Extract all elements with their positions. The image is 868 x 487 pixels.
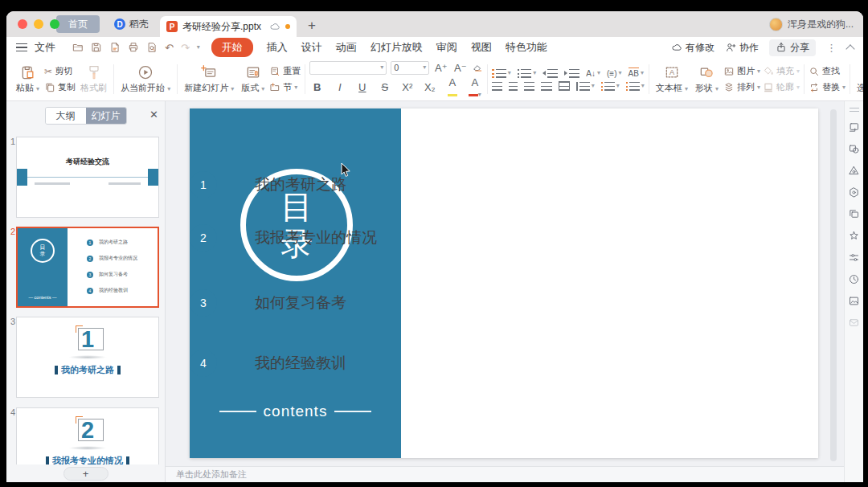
menu-tab-view[interactable]: 视图 [471, 40, 492, 55]
subscript-button[interactable]: X₂ [422, 82, 437, 92]
close-panel-icon[interactable]: ✕ [149, 109, 158, 120]
line-spacing-button[interactable]: ▾ [576, 82, 595, 91]
duplicate-pane-icon[interactable] [848, 208, 860, 220]
align-center-button[interactable] [509, 82, 518, 91]
align-right-button[interactable] [524, 82, 534, 91]
text-direction-button[interactable]: A↓▾ [586, 69, 600, 78]
slide-canvas[interactable]: 目 录 contents 1 我的考研之路 2 我报考专业的情况 [166, 101, 844, 482]
save-icon[interactable] [91, 42, 102, 53]
font-name-caret-icon[interactable]: ▾ [380, 64, 383, 71]
more-options-icon[interactable]: ⋮ [826, 42, 837, 54]
notes-bar[interactable]: 单击此处添加备注 [166, 466, 844, 482]
find-button[interactable]: 查找 [809, 65, 845, 77]
justify-button[interactable] [541, 82, 552, 91]
menu-tab-design[interactable]: 设计 [301, 40, 322, 55]
design-tools-icon[interactable] [848, 165, 860, 177]
vertical-scrollbar[interactable] [830, 109, 837, 461]
slide-1-thumbnail[interactable]: 考研经验交流 [16, 137, 159, 218]
toc-item-3[interactable]: 3 如何复习备考 [190, 289, 346, 317]
quick-access-more-icon[interactable]: ▾ [197, 44, 200, 51]
menu-tab-slideshow[interactable]: 幻灯片放映 [371, 40, 423, 55]
replace-button[interactable]: 替换 ▾ [809, 81, 845, 93]
cut-button[interactable]: ✂ 剪切 [44, 65, 76, 77]
properties-icon[interactable] [848, 252, 860, 264]
toc-teal-panel[interactable]: 目 录 contents [190, 108, 401, 458]
open-icon[interactable] [72, 42, 84, 53]
copy-button[interactable]: 复制 [44, 81, 76, 93]
font-color-button[interactable]: A▾ [467, 77, 482, 98]
font-size-combo[interactable]: ▾ [391, 61, 429, 75]
slide-pane-icon[interactable] [848, 121, 860, 133]
layout-button[interactable]: 版式 ▾ [239, 63, 267, 95]
paste-button[interactable]: 粘贴 ▾ [14, 63, 42, 95]
bullet-list-button[interactable]: ▾ [492, 69, 511, 78]
increase-font-size-button[interactable]: A⁺ [433, 63, 448, 73]
align-text-button[interactable]: (≡)▾ [607, 69, 622, 78]
align-left-button[interactable] [492, 82, 502, 91]
text-box-button[interactable]: 文本框 ▾ [653, 63, 690, 95]
collaborate-button[interactable]: 协作 [725, 41, 759, 55]
toc-item-2[interactable]: 2 我报考专业的情况 [190, 224, 377, 252]
collapse-ribbon-icon[interactable] [845, 44, 854, 53]
tab-document[interactable]: P 考研经验分享.pptx [160, 16, 297, 37]
paragraph-space-before-button[interactable]: ▾ [601, 82, 620, 91]
format-painter-button[interactable]: 格式刷 [78, 63, 109, 95]
underline-button[interactable]: U [354, 82, 370, 92]
increase-indent-button[interactable] [564, 69, 579, 78]
toc-item-1[interactable]: 1 我的考研之路 [190, 171, 346, 198]
print-icon[interactable] [128, 42, 139, 53]
minimize-window-button[interactable] [34, 19, 43, 29]
new-slide-button[interactable]: 新建幻灯片 ▾ [182, 63, 236, 95]
slide-editing-area[interactable]: 目 录 contents 1 我的考研之路 2 我报考专业的情况 [190, 108, 818, 458]
user-account[interactable]: 浑身是戏的狗... [769, 18, 854, 31]
rail-handle-icon[interactable] [850, 108, 859, 112]
mail-icon[interactable] [848, 317, 860, 329]
play-from-current-button[interactable]: 从当前开始 ▾ [118, 63, 173, 95]
section-button[interactable]: 节 ▾ [269, 81, 301, 93]
decrease-font-size-button[interactable]: A⁻ [452, 63, 468, 73]
shapes-pane-icon[interactable] [848, 143, 860, 155]
character-spacing-button[interactable]: AB▾ [628, 68, 644, 79]
print-preview-icon[interactable] [146, 42, 158, 53]
menu-tab-insert[interactable]: 插入 [267, 40, 288, 55]
add-slide-button[interactable]: + [63, 467, 108, 481]
menu-tab-features[interactable]: 特色功能 [506, 40, 547, 55]
selection-pane-button[interactable]: 选择窗格 [854, 63, 863, 95]
font-name-input[interactable] [313, 63, 379, 72]
picture-button[interactable]: 图片 ▾ [723, 65, 760, 77]
slide-2-thumbnail[interactable]: 目录 — contents — 1我的考研之路 2我报考专业的情况 3如何复习备… [16, 227, 159, 308]
strikethrough-button[interactable]: S [377, 82, 392, 92]
close-window-button[interactable] [18, 19, 27, 29]
menu-tab-review[interactable]: 审阅 [436, 40, 457, 55]
zoom-window-button[interactable] [50, 19, 59, 29]
font-size-input[interactable] [394, 63, 421, 72]
outline-button[interactable]: 轮廓 ▾ [763, 81, 800, 93]
undo-icon[interactable]: ↶ [165, 43, 174, 53]
font-size-caret-icon[interactable]: ▾ [423, 64, 426, 71]
history-icon[interactable] [848, 273, 860, 285]
italic-button[interactable]: I [332, 82, 347, 92]
slide-3-thumbnail[interactable]: 1 我的考研之路 [16, 317, 159, 398]
tab-outline[interactable]: 大纲 [46, 108, 86, 124]
export-pdf-icon[interactable] [109, 42, 121, 53]
redo-icon[interactable]: ↷ [181, 43, 190, 53]
bold-button[interactable]: B [309, 82, 325, 92]
superscript-button[interactable]: X² [399, 82, 415, 92]
shapes-button[interactable]: 形状 ▾ [693, 63, 721, 95]
image-tools-icon[interactable] [848, 295, 860, 307]
slide-4-thumbnail[interactable]: 2 我报考专业的情况 [16, 407, 159, 464]
clear-format-icon[interactable] [472, 62, 483, 73]
menu-tab-animation[interactable]: 动画 [336, 40, 357, 55]
fill-button[interactable]: 填充 ▾ [763, 65, 800, 77]
highlight-color-button[interactable]: A [444, 77, 460, 98]
effects-icon[interactable] [848, 230, 860, 242]
tab-slides[interactable]: 幻灯片 [86, 108, 126, 124]
distribute-button[interactable] [559, 81, 570, 91]
decrease-indent-button[interactable] [542, 69, 558, 78]
contents-caption[interactable]: contents [190, 403, 401, 420]
modified-status[interactable]: 有修改 [671, 41, 714, 55]
toc-item-4[interactable]: 4 我的经验教训 [190, 350, 346, 377]
tab-home[interactable]: 首页 [56, 15, 100, 33]
tab-docer[interactable]: D 稻壳 [106, 15, 157, 33]
font-name-combo[interactable]: ▾ [309, 61, 387, 75]
